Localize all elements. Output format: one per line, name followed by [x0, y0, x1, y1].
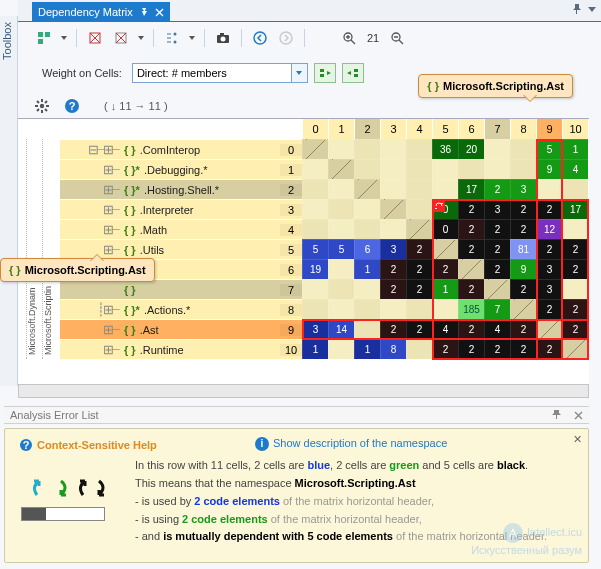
- help-link[interactable]: iShow description of the namespace: [255, 437, 447, 451]
- tree-expand-icon[interactable]: ⊞┈: [60, 322, 120, 337]
- cell-9-5[interactable]: 4: [432, 319, 458, 339]
- tree-col-1[interactable]: Microsoft.Scriptin: [42, 139, 58, 359]
- cell-5-8[interactable]: 81: [510, 239, 536, 259]
- back-button[interactable]: [250, 28, 270, 48]
- cell-9-10[interactable]: 2: [562, 319, 588, 339]
- cell-1-2[interactable]: [354, 159, 380, 179]
- cell-1-8[interactable]: [510, 159, 536, 179]
- cell-2-3[interactable]: [380, 179, 406, 199]
- dropdown-icon[interactable]: [188, 31, 196, 45]
- cell-3-1[interactable]: [328, 199, 354, 219]
- col-header-5[interactable]: 5: [432, 119, 458, 139]
- cell-2-1[interactable]: [328, 179, 354, 199]
- cell-6-8[interactable]: 9: [510, 259, 536, 279]
- remove-red-button[interactable]: [85, 28, 105, 48]
- cell-5-0[interactable]: 5: [302, 239, 328, 259]
- weight-combo[interactable]: [132, 63, 308, 83]
- cell-4-3[interactable]: [380, 219, 406, 239]
- cell-2-5[interactable]: [432, 179, 458, 199]
- pin-icon[interactable]: [571, 3, 583, 15]
- tree-col-0[interactable]: Microsoft.Dynam: [26, 139, 42, 359]
- cell-8-0[interactable]: [302, 299, 328, 319]
- cell-1-4[interactable]: [406, 159, 432, 179]
- cell-0-10[interactable]: 1: [562, 139, 588, 159]
- cell-5-1[interactable]: 5: [328, 239, 354, 259]
- cell-7-4[interactable]: 2: [406, 279, 432, 299]
- cell-10-7[interactable]: 2: [484, 339, 510, 359]
- cell-9-1[interactable]: 14: [328, 319, 354, 339]
- cell-8-3[interactable]: [380, 299, 406, 319]
- cell-9-7[interactable]: 4: [484, 319, 510, 339]
- row-header-0[interactable]: ⊟┈⊞┈{ }.ComInterop0: [60, 139, 302, 159]
- layout-button[interactable]: [34, 28, 54, 48]
- cell-4-9[interactable]: 12: [536, 219, 562, 239]
- cell-10-4[interactable]: [406, 339, 432, 359]
- tree-expand-icon[interactable]: ┊⊞┈: [60, 302, 120, 317]
- tree-expand-icon[interactable]: ⊞┈: [60, 202, 120, 217]
- window-menu-icon[interactable]: [587, 4, 597, 14]
- col-header-3[interactable]: 3: [380, 119, 406, 139]
- dropdown-icon[interactable]: [60, 31, 68, 45]
- cell-4-0[interactable]: [302, 219, 328, 239]
- cell-0-3[interactable]: [380, 139, 406, 159]
- cell-2-8[interactable]: 3: [510, 179, 536, 199]
- expand-cols-button[interactable]: [342, 63, 364, 83]
- cell-8-4[interactable]: [406, 299, 432, 319]
- cell-10-3[interactable]: 8: [380, 339, 406, 359]
- row-header-9[interactable]: ⊞┈{ }.Ast9: [60, 319, 302, 339]
- col-header-0[interactable]: 0: [302, 119, 328, 139]
- cell-1-0[interactable]: [302, 159, 328, 179]
- cell-7-8[interactable]: 2: [510, 279, 536, 299]
- cell-3-3[interactable]: [380, 199, 406, 219]
- cell-1-6[interactable]: [458, 159, 484, 179]
- cell-9-3[interactable]: 2: [380, 319, 406, 339]
- cell-6-10[interactable]: 2: [562, 259, 588, 279]
- cell-4-6[interactable]: 2: [458, 219, 484, 239]
- cell-6-6[interactable]: [458, 259, 484, 279]
- cell-0-2[interactable]: [354, 139, 380, 159]
- cell-0-7[interactable]: [484, 139, 510, 159]
- cell-5-3[interactable]: 3: [380, 239, 406, 259]
- close-icon[interactable]: [574, 411, 583, 420]
- cell-6-0[interactable]: 19: [302, 259, 328, 279]
- cell-6-5[interactable]: 2: [432, 259, 458, 279]
- col-header-2[interactable]: 2: [354, 119, 380, 139]
- cell-8-5[interactable]: [432, 299, 458, 319]
- tree-collapse-button[interactable]: [162, 28, 182, 48]
- error-list-header[interactable]: Analysis Error List: [4, 406, 589, 424]
- col-header-4[interactable]: 4: [406, 119, 432, 139]
- cell-7-9[interactable]: 3: [536, 279, 562, 299]
- cell-6-2[interactable]: 1: [354, 259, 380, 279]
- chevron-down-icon[interactable]: [291, 64, 307, 82]
- cell-10-9[interactable]: 2: [536, 339, 562, 359]
- row-header-3[interactable]: ⊞┈{ }.Interpreter3: [60, 199, 302, 219]
- cell-10-8[interactable]: 2: [510, 339, 536, 359]
- remove-button[interactable]: [111, 28, 131, 48]
- weight-input[interactable]: [133, 67, 291, 79]
- cell-9-0[interactable]: 3: [302, 319, 328, 339]
- cell-4-7[interactable]: 2: [484, 219, 510, 239]
- cell-10-6[interactable]: 2: [458, 339, 484, 359]
- cell-2-2[interactable]: [354, 179, 380, 199]
- cell-10-0[interactable]: 1: [302, 339, 328, 359]
- row-header-2[interactable]: ⊞┈{ }*.Hosting.Shell.*2: [60, 179, 302, 199]
- cell-3-8[interactable]: 2: [510, 199, 536, 219]
- cell-0-4[interactable]: [406, 139, 432, 159]
- cell-7-5[interactable]: 1: [432, 279, 458, 299]
- cell-8-10[interactable]: 2: [562, 299, 588, 319]
- cell-4-2[interactable]: [354, 219, 380, 239]
- cell-1-10[interactable]: 4: [562, 159, 588, 179]
- cell-7-10[interactable]: [562, 279, 588, 299]
- expand-rows-button[interactable]: [314, 63, 336, 83]
- row-header-10[interactable]: ⊞┈{ }.Runtime10: [60, 339, 302, 359]
- cell-9-9[interactable]: [536, 319, 562, 339]
- cell-1-3[interactable]: [380, 159, 406, 179]
- unpin-tab-icon[interactable]: [139, 7, 149, 17]
- horizontal-scrollbar[interactable]: [18, 384, 589, 398]
- cell-4-5[interactable]: 0: [432, 219, 458, 239]
- close-help-icon[interactable]: ✕: [573, 433, 582, 446]
- cell-2-7[interactable]: 2: [484, 179, 510, 199]
- cell-6-1[interactable]: [328, 259, 354, 279]
- cell-4-4[interactable]: [406, 219, 432, 239]
- cell-0-1[interactable]: [328, 139, 354, 159]
